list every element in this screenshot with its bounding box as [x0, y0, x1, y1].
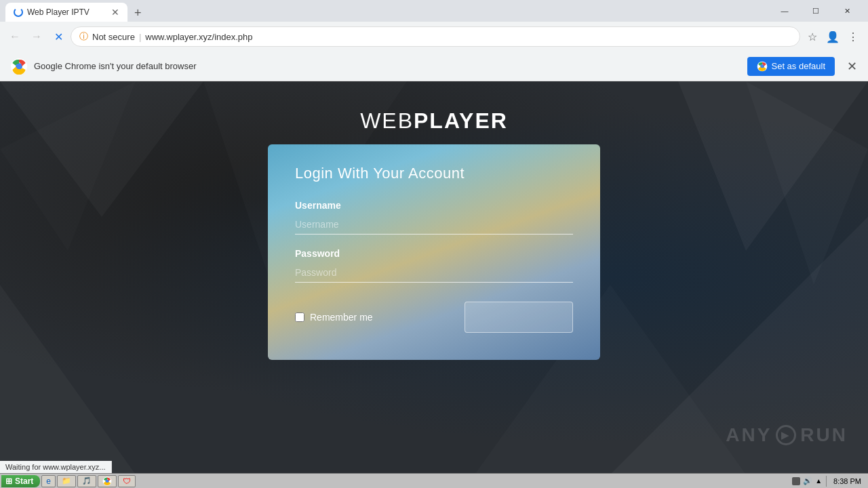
not-secure-label: Not secure — [92, 32, 135, 42]
chrome-small-icon — [757, 61, 768, 72]
svg-marker-8 — [0, 285, 136, 473]
security-icon: ⓘ — [79, 30, 88, 43]
system-clock: 8:38 PM — [831, 477, 864, 485]
svg-marker-7 — [678, 81, 868, 251]
login-card: Login With Your Account Username Passwor… — [268, 144, 600, 360]
remember-me-checkbox[interactable] — [295, 312, 304, 322]
taskbar-item-media[interactable]: 🎵 — [77, 475, 96, 487]
page-area: WEBPLAYER Login With Your Account Userna… — [0, 81, 868, 473]
back-button[interactable]: ← — [5, 27, 24, 46]
svg-marker-6 — [0, 81, 203, 217]
set-default-label: Set as default — [772, 61, 826, 71]
volume-tray-icon: 🔊 — [803, 476, 812, 485]
set-default-button[interactable]: Set as default — [747, 57, 835, 76]
folder-icon: 📁 — [62, 476, 71, 485]
password-label: Password — [295, 248, 573, 259]
logo-suffix: PLAYER — [414, 108, 508, 133]
tab-title: Web Player IPTV — [27, 7, 90, 17]
network-tray-icon — [792, 477, 800, 485]
svg-point-16 — [106, 479, 108, 482]
start-button[interactable]: ⊞ Start — [1, 475, 40, 487]
form-footer: Remember me — [295, 302, 573, 333]
anyrun-any-text: ANY — [726, 424, 772, 446]
taskbar-right: 🔊 ▲ 8:38 PM — [789, 476, 867, 487]
forward-button[interactable]: → — [27, 27, 46, 46]
close-button[interactable]: ✕ — [831, 0, 863, 22]
taskbar-items: e 📁 🎵 🛡 — [41, 475, 788, 487]
arrow-tray-icon: ▲ — [815, 477, 822, 485]
card-title: Login With Your Account — [295, 165, 573, 182]
minimize-button[interactable]: — — [769, 0, 800, 22]
notification-bar: Google Chrome isn't your default browser… — [0, 52, 868, 81]
omnibox-separator: | — [139, 32, 141, 42]
svg-marker-13 — [746, 81, 868, 285]
taskbar-item-chrome[interactable] — [98, 475, 117, 487]
omnibox-bar: ← → ✕ ⓘ Not secure | www.wplayer.xyz/ind… — [0, 22, 868, 52]
tray-divider — [826, 476, 827, 487]
status-text: Waiting for www.wplayer.xyz... — [5, 463, 106, 471]
username-input[interactable] — [295, 215, 573, 235]
login-button[interactable] — [465, 302, 573, 333]
toolbar-actions: ☆ 👤 ⋮ — [803, 27, 863, 46]
status-bar: Waiting for www.wplayer.xyz... — [0, 461, 112, 473]
taskbar-item-security[interactable]: 🛡 — [118, 475, 136, 487]
maximize-button[interactable]: ☐ — [800, 0, 831, 22]
remember-me-label[interactable]: Remember me — [295, 312, 373, 323]
start-icon: ⊞ — [5, 476, 12, 486]
taskbar-item-folder[interactable]: 📁 — [57, 475, 76, 487]
menu-button[interactable]: ⋮ — [844, 27, 863, 46]
svg-point-2 — [16, 64, 22, 69]
tab-favicon — [14, 7, 23, 17]
tab-strip: Web Player IPTV ✕ + — [5, 0, 146, 22]
security-taskbar-icon: 🛡 — [123, 476, 131, 486]
title-bar: Web Player IPTV ✕ + — ☐ ✕ — [0, 0, 868, 22]
bookmark-button[interactable]: ☆ — [803, 27, 822, 46]
password-input[interactable] — [295, 263, 573, 283]
anyrun-play-icon: ▶ — [776, 425, 796, 445]
browser-tab[interactable]: Web Player IPTV ✕ — [5, 3, 127, 22]
svg-point-5 — [760, 64, 764, 68]
notification-close-button[interactable]: ✕ — [847, 59, 857, 74]
window-controls: — ☐ ✕ — [769, 0, 863, 22]
start-label: Start — [15, 476, 33, 486]
username-label: Username — [295, 200, 573, 211]
app-logo: WEBPLAYER — [360, 108, 508, 134]
new-tab-button[interactable]: + — [130, 5, 146, 22]
notification-text: Google Chrome isn't your default browser — [34, 61, 741, 71]
chrome-taskbar-icon — [102, 476, 112, 486]
omnibox[interactable]: ⓘ Not secure | www.wplayer.xyz/index.php — [71, 26, 800, 47]
remember-me-text: Remember me — [310, 312, 373, 323]
logo-prefix: WEB — [360, 108, 414, 133]
profile-button[interactable]: 👤 — [823, 27, 842, 46]
taskbar-item-ie[interactable]: e — [41, 475, 56, 487]
svg-marker-12 — [0, 81, 136, 251]
taskbar: ⊞ Start e 📁 🎵 🛡 — [0, 473, 868, 488]
chrome-logo-icon — [11, 58, 27, 75]
ie-icon: e — [46, 476, 51, 486]
reload-button[interactable]: ✕ — [49, 27, 68, 46]
omnibox-url: www.wplayer.xyz/index.php — [145, 32, 252, 42]
anyrun-watermark: ANY ▶ RUN — [726, 424, 848, 446]
media-icon: 🎵 — [82, 476, 92, 485]
tab-close-button[interactable]: ✕ — [111, 7, 119, 18]
anyrun-run-text: RUN — [800, 424, 848, 446]
